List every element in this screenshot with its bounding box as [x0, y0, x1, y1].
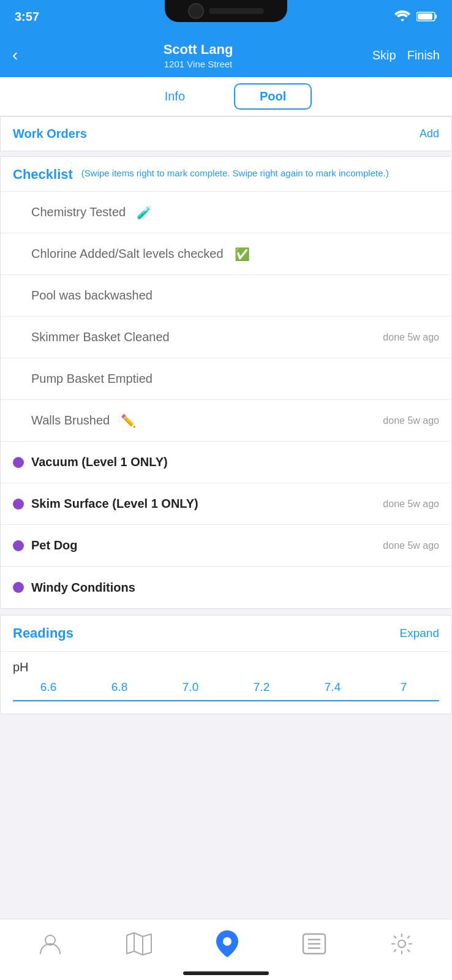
tab-bar: Info Pool	[0, 77, 452, 116]
finish-button[interactable]: Finish	[407, 48, 440, 62]
svg-rect-1	[435, 15, 437, 18]
item-label-skimmer: Skimmer Basket Cleaned	[31, 330, 170, 344]
scale-value-6: 7	[368, 680, 439, 701]
work-orders-add-button[interactable]: Add	[420, 127, 439, 140]
checkmark-icon: ✅	[235, 247, 250, 262]
bottom-nav	[0, 919, 452, 980]
item-label-windy: Windy Conditions	[31, 581, 135, 595]
item-label-chlorine: Chlorine Added/Salt levels checked	[31, 247, 224, 261]
status-icons	[394, 10, 437, 23]
readings-body: pH 6.6 6.8 7.0 7.2 7.4 7	[1, 652, 451, 714]
checklist-item-walls[interactable]: Walls Brushed ✏️ done 5w ago	[1, 400, 451, 442]
item-label-dog: Pet Dog	[31, 538, 78, 552]
nav-map[interactable]	[126, 932, 153, 956]
item-timestamp-skim: done 5w ago	[383, 499, 439, 510]
camera-lens	[188, 3, 204, 19]
item-label-vacuum: Vacuum (Level 1 ONLY)	[31, 455, 168, 469]
checklist-item-chlorine[interactable]: Chlorine Added/Salt levels checked ✅	[1, 233, 451, 275]
checklist-item-skim[interactable]: Skim Surface (Level 1 ONLY) done 5w ago	[1, 483, 451, 525]
readings-header: Readings Expand	[1, 616, 451, 652]
tab-pool[interactable]: Pool	[234, 83, 312, 110]
camera-notch	[165, 0, 287, 22]
scale-value-2: 6.8	[84, 680, 155, 701]
skip-button[interactable]: Skip	[372, 48, 396, 62]
item-label-skim: Skim Surface (Level 1 ONLY)	[31, 497, 198, 511]
nav-profile[interactable]	[38, 932, 62, 956]
scale-value-1: 6.6	[13, 680, 84, 701]
checklist-header: Checklist (Swipe items right to mark com…	[1, 157, 451, 192]
item-label-chemistry: Chemistry Tested	[31, 205, 126, 219]
scale-value-4: 7.2	[226, 680, 297, 701]
checklist-title: Checklist	[13, 167, 73, 183]
battery-icon	[416, 11, 437, 22]
readings-scale: 6.6 6.8 7.0 7.2 7.4 7	[13, 680, 439, 701]
item-dot-dog	[13, 540, 24, 551]
svg-point-12	[398, 940, 405, 948]
speaker	[209, 8, 264, 14]
location-icon	[216, 930, 238, 957]
scale-value-3: 7.0	[155, 680, 226, 701]
checklist-item-backwash[interactable]: Pool was backwashed	[1, 275, 451, 317]
status-bar: 3:57	[0, 0, 452, 33]
checklist-item-chemistry[interactable]: Chemistry Tested 🧪	[1, 192, 451, 233]
readings-title: Readings	[13, 625, 73, 641]
checklist-item-dog[interactable]: Pet Dog done 5w ago	[1, 525, 451, 567]
nav-location[interactable]	[216, 930, 238, 957]
checklist-hint: (Swipe items right to mark complete. Swi…	[81, 167, 389, 179]
nav-settings[interactable]	[390, 932, 414, 956]
brush-icon: ✏️	[121, 413, 136, 428]
gear-icon	[390, 932, 414, 956]
readings-expand-button[interactable]: Expand	[400, 627, 439, 640]
customer-name: Scott Lang	[24, 42, 372, 58]
work-orders-section: Work Orders Add	[0, 116, 452, 151]
header-actions: Skip Finish	[372, 48, 440, 62]
checklist-item-pump[interactable]: Pump Basket Emptied	[1, 358, 451, 400]
back-button[interactable]: ‹	[12, 45, 18, 65]
item-dot-skim	[13, 499, 24, 510]
readings-section: Readings Expand pH 6.6 6.8 7.0 7.2 7.4 7	[0, 615, 452, 714]
item-label-backwash: Pool was backwashed	[31, 288, 153, 303]
checklist-item-skimmer[interactable]: Skimmer Basket Cleaned done 5w ago	[1, 317, 451, 358]
header-bar: ‹ Scott Lang 1201 Vine Street Skip Finis…	[0, 33, 452, 77]
readings-ph-label: pH	[13, 660, 439, 674]
person-icon	[38, 932, 62, 956]
header-center: Scott Lang 1201 Vine Street	[24, 42, 372, 69]
checklist-item-vacuum[interactable]: Vacuum (Level 1 ONLY)	[1, 442, 451, 483]
checklist-item-windy[interactable]: Windy Conditions	[1, 567, 451, 608]
item-timestamp-skimmer: done 5w ago	[383, 332, 439, 343]
checklist-section: Checklist (Swipe items right to mark com…	[0, 156, 452, 609]
customer-address: 1201 Vine Street	[24, 59, 372, 69]
status-time: 3:57	[15, 10, 39, 24]
item-timestamp-walls: done 5w ago	[383, 415, 439, 426]
test-tube-icon: 🧪	[137, 205, 152, 220]
item-label-pump: Pump Basket Emptied	[31, 372, 153, 386]
svg-point-7	[223, 937, 232, 946]
item-dot-vacuum	[13, 457, 24, 468]
item-label-walls: Walls Brushed	[31, 413, 110, 428]
nav-list[interactable]	[302, 932, 326, 956]
wifi-icon	[394, 10, 410, 23]
item-timestamp-dog: done 5w ago	[383, 540, 439, 551]
scale-value-5: 7.4	[297, 680, 368, 701]
home-indicator	[183, 971, 269, 975]
svg-rect-2	[418, 13, 432, 20]
svg-marker-4	[127, 933, 151, 955]
list-icon	[302, 932, 326, 956]
tab-info[interactable]: Info	[140, 85, 209, 108]
item-dot-windy	[13, 582, 24, 593]
work-orders-title: Work Orders	[13, 127, 87, 141]
map-icon	[126, 932, 153, 956]
